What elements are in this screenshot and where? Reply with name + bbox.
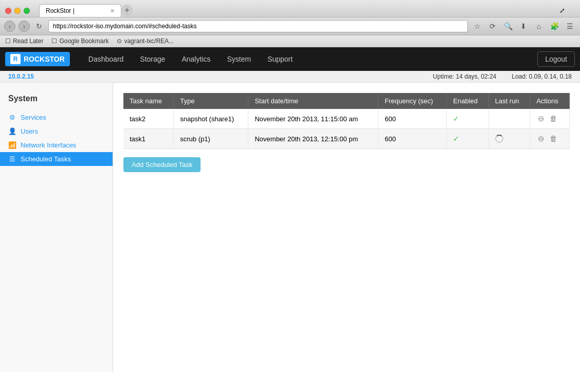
new-tab-button[interactable]: + [121,5,133,16]
actions-cell: ⊖ 🗑 [530,129,570,149]
sidebar-title: System [0,91,113,106]
sidebar: System ⚙ Services 👤 Users 📶 Network Inte… [0,83,113,372]
col-frequency: Frequency (sec) [378,93,447,109]
spinner-icon [495,135,503,143]
duckduckgo-search[interactable]: 🔍 [502,20,514,32]
enabled-cell: ✓ [447,129,488,149]
frequency-cell: 600 [378,129,447,149]
nav-system[interactable]: System [219,47,259,71]
last-run-cell [488,129,530,149]
version-label: 10.0.2.15 [8,73,34,80]
delete-button[interactable]: 🗑 [548,133,559,144]
tasks-table: Task name Type Start date/time Frequency… [123,93,570,149]
add-scheduled-task-button[interactable]: Add Scheduled Task [123,157,201,172]
col-start-datetime: Start date/time [248,93,378,109]
uptime-label: Uptime: 14 days, 02:24 [433,73,496,80]
col-last-run: Last run [488,93,530,109]
maximize-button[interactable] [24,8,30,14]
logo-icon: R [10,54,21,64]
col-task-name: Task name [123,93,174,109]
reload-button[interactable]: ↻ [33,20,45,32]
user-icon: 👤 [8,127,16,135]
table-body: task2 snapshot (share1) November 20th 20… [123,109,570,149]
load-label: Load: 0.09, 0.14, 0.18 [512,73,572,80]
disable-button[interactable]: ⊖ [536,113,546,124]
sidebar-item-network[interactable]: 📶 Network Interfaces [0,138,113,152]
sidebar-item-network-label: Network Interfaces [21,141,76,149]
list-icon: ☰ [8,155,16,163]
forward-button[interactable]: › [19,21,30,32]
last-run-cell [488,109,530,129]
bookmark-label-2: Google Bookmark [59,38,108,45]
bookmark-read-later[interactable]: ☐ Read Later [5,38,43,45]
sidebar-item-tasks-label: Scheduled Tasks [21,155,71,163]
datetime-cell: November 20th 2013, 12:15:00 pm [248,129,378,149]
app-navbar: R ROCKSTOR Dashboard Storage Analytics S… [0,47,580,71]
sidebar-item-users-label: Users [21,127,38,135]
close-button[interactable] [5,8,11,14]
nav-storage[interactable]: Storage [132,47,173,71]
type-cell: snapshot (share1) [174,109,248,129]
bookmark-checkbox-icon: ☐ [5,38,11,45]
browser-toolbar: ‹ › ↻ ☆ ⟳ 🔍 ⬇ ⌂ 🧩 ☰ [0,17,580,35]
main-layout: System ⚙ Services 👤 Users 📶 Network Inte… [0,83,580,372]
menu-icon[interactable]: ☰ [564,20,576,32]
bookmark-google[interactable]: ☐ Google Bookmark [51,38,108,45]
sidebar-item-users[interactable]: 👤 Users [0,124,113,138]
download-icon[interactable]: ⬇ [517,20,530,32]
table-row: task2 snapshot (share1) November 20th 20… [123,109,570,129]
bookmark-checkbox-icon-2: ☐ [51,38,57,45]
checkmark-icon: ✓ [453,115,459,123]
active-tab[interactable]: RockStor | ✕ [39,4,121,17]
col-type: Type [174,93,248,109]
back-button[interactable]: ‹ [4,21,15,32]
actions-cell: ⊖ 🗑 [530,109,570,129]
extensions-icon[interactable]: 🧩 [548,20,560,32]
home-icon[interactable]: ⌂ [533,20,545,32]
bookmark-label-3: vagrant-lxc/REA... [124,38,174,45]
frequency-cell: 600 [378,109,447,129]
disable-button[interactable]: ⊖ [536,133,546,144]
refresh-icon[interactable]: ⟳ [486,20,499,32]
traffic-lights [5,8,30,14]
status-right: Uptime: 14 days, 02:24 Load: 0.09, 0.14,… [433,73,572,80]
nav-dashboard[interactable]: Dashboard [80,47,132,71]
content-area: Task name Type Start date/time Frequency… [113,83,580,372]
delete-button[interactable]: 🗑 [548,113,559,124]
task-name-cell: task1 [123,129,174,149]
bookmarks-bar: ☐ Read Later ☐ Google Bookmark ⊙ vagrant… [0,35,580,47]
app-logo[interactable]: R ROCKSTOR [5,52,70,66]
table-header: Task name Type Start date/time Frequency… [123,93,570,109]
table-row: task1 scrub (p1) November 20th 2013, 12:… [123,129,570,149]
sidebar-item-services[interactable]: ⚙ Services [0,110,113,124]
nav-support[interactable]: Support [259,47,301,71]
sidebar-item-services-label: Services [21,114,46,121]
tab-bar: RockStor | ✕ + [39,4,555,17]
type-cell: scrub (p1) [174,129,248,149]
gear-icon: ⚙ [8,114,16,121]
address-bar[interactable] [48,20,468,32]
logo-text: ROCKSTOR [24,55,65,63]
window-controls: ⤢ [559,7,575,14]
col-enabled: Enabled [447,93,488,109]
bookmark-icon[interactable]: ☆ [471,20,483,32]
tab-close-icon[interactable]: ✕ [110,8,115,14]
nav-menu: Dashboard Storage Analytics System Suppo… [80,47,537,71]
enabled-cell: ✓ [447,109,488,129]
bookmark-label: Read Later [13,38,43,45]
col-actions: Actions [530,93,570,109]
network-icon: 📶 [8,141,16,149]
checkmark-icon: ✓ [453,135,459,143]
minimize-button[interactable] [14,8,21,14]
github-icon: ⊙ [117,38,122,45]
status-bar: 10.0.2.15 Uptime: 14 days, 02:24 Load: 0… [0,71,580,83]
logout-button[interactable]: Logout [537,51,575,67]
nav-analytics[interactable]: Analytics [173,47,219,71]
task-name-cell: task2 [123,109,174,129]
tab-title: RockStor | [46,7,107,14]
browser-titlebar: RockStor | ✕ + ⤢ [0,0,580,17]
sidebar-item-scheduled-tasks[interactable]: ☰ Scheduled Tasks [0,152,113,166]
datetime-cell: November 20th 2013, 11:15:00 am [248,109,378,129]
bookmark-vagrant[interactable]: ⊙ vagrant-lxc/REA... [117,38,174,45]
